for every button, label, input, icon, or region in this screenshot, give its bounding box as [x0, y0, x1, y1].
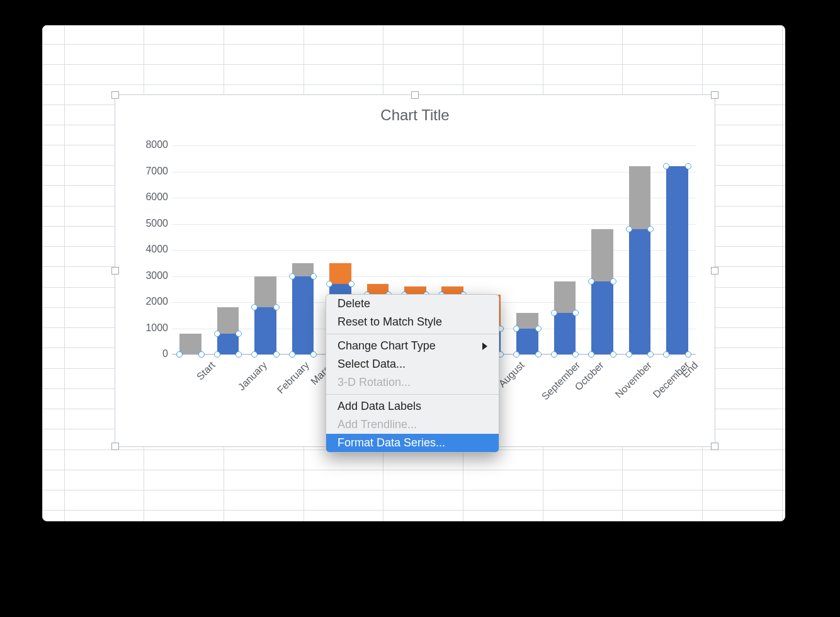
menu-item[interactable]: Add Data Labels [326, 397, 499, 416]
bar-slot[interactable] [254, 145, 276, 354]
x-tick-label: January [236, 359, 270, 393]
series-selection-point [551, 310, 557, 316]
y-tick-label: 7000 [138, 166, 168, 177]
menu-item[interactable]: Delete [326, 295, 499, 313]
bar-blue[interactable] [254, 307, 276, 354]
bar-blue[interactable] [666, 166, 688, 354]
y-tick-label: 8000 [138, 139, 168, 150]
bar-slot[interactable] [516, 145, 538, 354]
menu-separator [326, 394, 499, 395]
series-selection-point [310, 273, 317, 280]
y-tick-label: 6000 [138, 191, 168, 203]
bar-orange[interactable] [329, 263, 351, 284]
menu-item[interactable]: Change Chart Type [326, 337, 499, 355]
chart-resize-handle-tr[interactable] [711, 91, 718, 99]
series-selection-point [685, 163, 691, 169]
series-selection-point [214, 331, 220, 337]
x-tick-label: February [275, 359, 311, 396]
menu-separator [326, 334, 499, 334]
chart-resize-handle-tm[interactable] [411, 91, 419, 99]
y-axis-labels: 010002000300040005000600070008000 [138, 139, 168, 361]
menu-item: 3-D Rotation... [326, 373, 499, 392]
series-selection-point [289, 273, 295, 280]
series-selection-point [626, 226, 632, 232]
y-tick-label: 3000 [138, 270, 168, 281]
chart-resize-handle-mr[interactable] [711, 267, 718, 275]
bar-slot[interactable] [217, 145, 239, 354]
bar-blue[interactable] [292, 276, 314, 355]
chart-resize-handle-bl[interactable] [111, 443, 119, 450]
series-selection-point [236, 331, 242, 337]
series-selection-point [273, 304, 280, 310]
y-tick-label: 5000 [138, 218, 168, 229]
series-selection-point [572, 310, 579, 316]
y-tick-label: 4000 [138, 244, 168, 255]
context-menu[interactable]: DeleteReset to Match StyleChange Chart T… [326, 294, 499, 453]
menu-item-label: Change Chart Type [338, 339, 436, 353]
series-selection-point [610, 278, 616, 285]
y-tick-label: 2000 [138, 296, 168, 307]
bar-slot[interactable] [629, 145, 650, 354]
menu-item[interactable]: Reset to Match Style [326, 313, 499, 331]
x-tick-label: November [613, 359, 654, 400]
spreadsheet-canvas[interactable]: Chart Title 0100020003000400050006000700… [42, 25, 785, 521]
menu-item: Add Trendline... [326, 416, 499, 434]
bar-blue[interactable] [217, 334, 239, 354]
bar-slot[interactable] [292, 145, 314, 354]
bar-blue[interactable] [591, 281, 613, 354]
y-tick-label: 1000 [138, 322, 168, 334]
menu-item[interactable]: Select Data... [326, 355, 499, 373]
chart-title[interactable]: Chart Title [115, 106, 715, 124]
chart-resize-handle-ml[interactable] [111, 267, 119, 275]
x-tick-label: Start [195, 359, 218, 383]
series-selection-point [588, 278, 594, 285]
bar-gray[interactable] [179, 334, 201, 354]
submenu-arrow-icon [482, 342, 487, 350]
bar-blue[interactable] [516, 329, 538, 355]
bar-slot[interactable] [666, 145, 688, 354]
series-selection-point [535, 325, 542, 332]
bar-slot[interactable] [554, 145, 576, 354]
bar-blue[interactable] [629, 229, 650, 354]
series-selection-point [513, 325, 519, 332]
chart-resize-handle-br[interactable] [711, 443, 718, 450]
chart-resize-handle-tl[interactable] [111, 91, 119, 99]
screenshot-stage: Chart Title 0100020003000400050006000700… [42, 25, 798, 592]
y-tick-label: 0 [138, 348, 168, 359]
series-selection-point [647, 226, 654, 232]
bar-slot[interactable] [179, 145, 201, 354]
bar-slot[interactable] [591, 145, 613, 354]
menu-item[interactable]: Format Data Series... [326, 434, 499, 452]
series-selection-point [348, 281, 355, 287]
x-tick-label: August [497, 359, 527, 390]
bar-blue[interactable] [554, 313, 576, 354]
